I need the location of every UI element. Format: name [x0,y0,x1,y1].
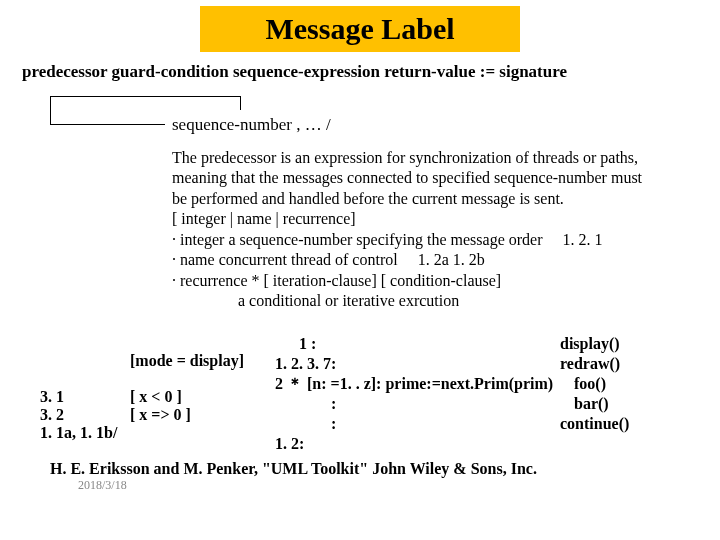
ex-call: bar() [560,394,629,414]
right-examples: display() redraw() foo() bar() continue(… [560,334,629,434]
ex-mid-line: 1. 2: [275,434,553,454]
mode-guard: [mode = display] [130,352,244,370]
ex-mid-line: : [275,394,553,414]
ex-seq: 3. 2 [40,406,130,424]
example-row: 3. 2 [ x => 0 ] [40,406,191,424]
bracket-left-v [50,96,51,124]
ex-guard: [ x => 0 ] [130,406,191,424]
ex-mid-line: : [275,414,553,434]
ex-call: display() [560,334,629,354]
description-block: The predecessor is an expression for syn… [172,148,700,312]
para-line: · name concurrent thread of control 1. 2… [172,250,700,270]
ex-call: continue() [560,414,629,434]
para-example: 1. 2a 1. 2b [418,251,485,268]
para-text: · name concurrent thread of control [172,251,398,268]
ex-seq: 3. 1 [40,388,130,406]
para-line: be performed and handled before the curr… [172,189,700,209]
ex-mid-line: 2 ＊ [n: =1. . z]: prime:=next.Prim(prim) [275,374,553,394]
syntax-line: predecessor guard-condition sequence-exp… [22,62,567,82]
bracket-bottom [50,124,165,125]
example-row: 3. 1 [ x < 0 ] [40,388,191,406]
slide-title: Message Label [265,12,454,46]
para-line: · recurrence * [ iteration-clause] [ con… [172,271,700,291]
para-example: 1. 2. 1 [563,231,603,248]
para-line: a conditional or iterative exrcution [238,291,700,311]
para-line: The predecessor is an expression for syn… [172,148,700,168]
example-row: 1. 1a, 1. 1b/ [40,424,191,442]
ex-seq: 1. 1a, 1. 1b/ [40,424,117,442]
slide-title-box: Message Label [200,6,520,52]
para-text: · integer a sequence-number specifying t… [172,231,543,248]
ex-call: redraw() [560,354,629,374]
para-line: meaning that the messages connected to s… [172,168,700,188]
bracket-top [50,96,240,97]
ex-mid-line: 1. 2. 3. 7: [275,354,553,374]
bracket-right-v [240,96,241,110]
para-line: [ integer | name | recurrence] [172,209,700,229]
left-examples: 3. 1 [ x < 0 ] 3. 2 [ x => 0 ] 1. 1a, 1.… [40,388,191,442]
ex-mid-line: 1 : [275,334,553,354]
middle-examples: 1 : 1. 2. 3. 7: 2 ＊ [n: =1. . z]: prime:… [275,334,553,454]
ex-guard: [ x < 0 ] [130,388,182,406]
para-line: · integer a sequence-number specifying t… [172,230,700,250]
footer-date: 2018/3/18 [78,478,127,493]
ex-call: foo() [560,374,629,394]
citation: H. E. Eriksson and M. Penker, "UML Toolk… [50,460,537,478]
sequence-number-label: sequence-number , … / [172,115,331,135]
